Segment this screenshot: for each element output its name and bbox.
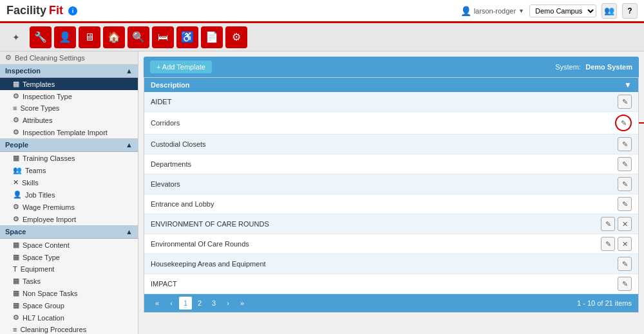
people-section-label: People xyxy=(5,141,28,149)
edit-button[interactable]: ✎ xyxy=(618,257,632,271)
edit-button[interactable]: ✎ xyxy=(601,217,615,231)
page-1-button[interactable]: 1 xyxy=(179,297,192,310)
next-page-button[interactable]: › xyxy=(222,297,234,310)
people-section-header[interactable]: People ▲ xyxy=(0,138,138,152)
edit-button[interactable]: ✎ xyxy=(618,157,632,171)
user-dropdown[interactable]: 👤 larson-rodger ▼ xyxy=(460,6,524,16)
row-name: Entrance and Lobby xyxy=(151,200,618,208)
sidebar-item-wage-premiums[interactable]: ⚙ Wage Premiums xyxy=(0,201,138,213)
settings-tool-button[interactable]: ⚙ xyxy=(225,26,247,48)
add-template-button[interactable]: + Add Template xyxy=(150,60,212,73)
help-button[interactable]: ? xyxy=(622,3,638,19)
teams-label: Teams xyxy=(25,167,46,174)
page-2-button[interactable]: 2 xyxy=(193,297,206,310)
system-label: System: xyxy=(555,63,581,71)
content-header: + Add Template System: Demo System xyxy=(144,57,639,77)
edit-button[interactable]: ✎ xyxy=(615,115,632,131)
sidebar-item-space-group[interactable]: ▦ Space Group xyxy=(0,299,138,311)
star-tool-button[interactable]: ✦ xyxy=(5,26,27,48)
gear-icon: ⚙ xyxy=(5,53,12,62)
attributes-icon: ⚙ xyxy=(13,116,19,124)
sidebar-item-training-classes[interactable]: ▦ Training Classes xyxy=(0,152,138,164)
page-3-button[interactable]: 3 xyxy=(207,297,220,310)
first-page-button[interactable]: « xyxy=(151,297,164,310)
campus-dropdown[interactable]: Demo Campus xyxy=(529,5,596,17)
last-page-button[interactable]: » xyxy=(236,297,249,310)
inspection-section-label: Inspection xyxy=(5,67,41,75)
score-types-icon: ≡ xyxy=(13,104,17,112)
skills-icon: ✕ xyxy=(13,178,19,187)
people-tool-button[interactable]: 👤 xyxy=(54,26,76,48)
sidebar-item-equipment[interactable]: T Equipment xyxy=(0,263,138,275)
system-name: Demo System xyxy=(585,63,632,71)
employee-import-icon: ⚙ xyxy=(13,215,19,223)
sidebar-item-attributes[interactable]: ⚙ Attributes xyxy=(0,114,138,126)
equipment-label: Equipment xyxy=(21,265,55,273)
sidebar-item-templates[interactable]: ▦ Templates xyxy=(0,78,138,90)
sidebar-item-space-type[interactable]: ▦ Space Type xyxy=(0,251,138,263)
table-row: Corridors ✎ Edit xyxy=(144,112,638,135)
row-actions: ✎ ✕ xyxy=(601,217,632,231)
sidebar-item-skills[interactable]: ✕ Skills xyxy=(0,176,138,189)
edit-button[interactable]: ✎ xyxy=(601,237,615,251)
space-section-header[interactable]: Space ▲ xyxy=(0,225,138,239)
table-row: ENVIRONMENT OF CARE ROUNDS ✎ ✕ xyxy=(144,214,638,234)
info-icon[interactable]: i xyxy=(68,6,77,15)
row-actions: ✎ ✕ xyxy=(601,237,632,251)
space-arrow-icon: ▲ xyxy=(126,228,133,236)
sidebar-item-space-content[interactable]: ▦ Space Content xyxy=(0,239,138,251)
document-tool-button[interactable]: 📄 xyxy=(201,26,223,48)
row-actions: ✎ xyxy=(618,277,632,291)
sidebar-item-hl7-location[interactable]: ⚙ HL7 Location xyxy=(0,311,138,324)
wrench-tool-button[interactable]: 🔧 xyxy=(30,26,52,48)
row-name: IMPACT xyxy=(151,280,618,288)
inspection-section-header[interactable]: Inspection ▲ xyxy=(0,64,138,78)
user-dropdown-arrow: ▼ xyxy=(518,8,524,14)
prev-page-button[interactable]: ‹ xyxy=(165,297,178,310)
campus-select[interactable]: Demo Campus xyxy=(529,5,596,17)
sidebar-item-inspection-type[interactable]: ⚙ Inspection Type xyxy=(0,90,138,102)
pagination-buttons: « ‹ 1 2 3 › » xyxy=(151,297,249,310)
row-name: Departments xyxy=(151,160,618,168)
monitor-tool-button[interactable]: 🖥 xyxy=(79,26,100,48)
table-row: AIDET ✎ xyxy=(144,92,638,112)
edit-button[interactable]: ✎ xyxy=(618,277,632,291)
sidebar-item-inspection-template-import[interactable]: ⚙ Inspection Template Import xyxy=(0,126,138,138)
inspection-template-import-label: Inspection Template Import xyxy=(23,129,108,136)
inspection-template-import-icon: ⚙ xyxy=(13,128,19,136)
tasks-icon: ▦ xyxy=(13,277,19,285)
edit-button[interactable]: ✎ xyxy=(618,137,632,151)
sidebar-item-teams[interactable]: 👥 Teams xyxy=(0,164,138,176)
space-section-label: Space xyxy=(5,228,26,236)
users-button[interactable]: 👥 xyxy=(601,3,617,19)
sidebar-item-job-titles[interactable]: 👤 Job Titles xyxy=(0,189,138,201)
edit-button[interactable]: ✎ xyxy=(618,95,632,109)
inspection-type-icon: ⚙ xyxy=(13,92,19,100)
filter-icon[interactable]: ▼ xyxy=(624,80,632,89)
home-tool-button[interactable]: 🏠 xyxy=(103,26,125,48)
score-types-label: Score Types xyxy=(20,104,59,112)
sidebar-item-tasks[interactable]: ▦ Tasks xyxy=(0,275,138,287)
sidebar-item-cleaning-procedures[interactable]: ≡ Cleaning Procedures xyxy=(0,324,138,334)
non-space-tasks-label: Non Space Tasks xyxy=(23,290,77,297)
delete-button[interactable]: ✕ xyxy=(618,217,632,231)
accessible-tool-button[interactable]: ♿ xyxy=(176,26,198,48)
sidebar-item-score-types[interactable]: ≡ Score Types xyxy=(0,102,138,114)
table-row: Housekeeping Areas and Equipment ✎ xyxy=(144,254,638,274)
edit-button[interactable]: ✎ xyxy=(618,177,632,191)
templates-label: Templates xyxy=(23,80,55,88)
bed-tool-button[interactable]: 🛏 xyxy=(152,26,174,48)
edit-button[interactable]: ✎ xyxy=(618,197,632,211)
templates-icon: ▦ xyxy=(13,80,19,88)
description-column-header: Description xyxy=(151,81,624,89)
delete-button[interactable]: ✕ xyxy=(618,237,632,251)
logo-facility: Facility xyxy=(6,4,46,17)
sidebar-item-employee-import[interactable]: ⚙ Employee Import xyxy=(0,213,138,225)
bed-cleaning-settings-item[interactable]: ⚙ Bed Cleaning Settings xyxy=(0,51,138,64)
row-actions: ✎ xyxy=(618,197,632,211)
skills-label: Skills xyxy=(22,179,39,187)
system-info: System: Demo System xyxy=(555,62,632,71)
sidebar-item-non-space-tasks[interactable]: ▦ Non Space Tasks xyxy=(0,287,138,299)
pagination-info: 1 - 10 of 21 items xyxy=(577,299,632,307)
search-tool-button[interactable]: 🔍 xyxy=(128,26,149,48)
